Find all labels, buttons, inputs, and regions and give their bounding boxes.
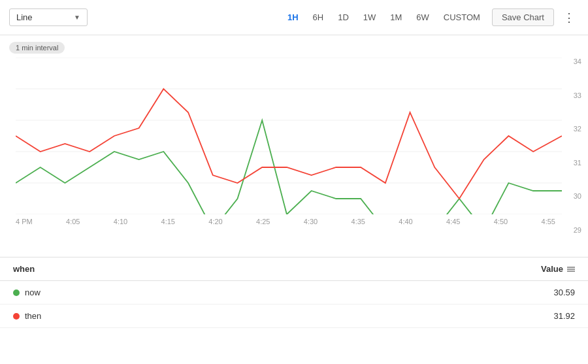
then-dot-icon [13, 313, 20, 320]
chart-type-label: Line [16, 12, 33, 22]
interval-badge: 1 min interval [9, 42, 65, 54]
chart-area: 1 min interval 34 33 32 31 30 29 [0, 35, 588, 257]
y-label-33: 33 [574, 91, 581, 99]
y-label-29: 29 [574, 226, 581, 234]
x-label-425: 4:25 [256, 218, 270, 234]
header-value: Value [541, 264, 575, 274]
x-label-430: 4:30 [304, 218, 318, 234]
x-label-450: 4:50 [494, 218, 508, 234]
time-btn-1m[interactable]: 1M [384, 9, 408, 25]
save-chart-button[interactable]: Save Chart [492, 8, 554, 26]
toolbar: Line ▼ 1H 6H 1D 1W 1M 6W CUSTOM Save Cha… [0, 0, 588, 35]
y-label-32: 32 [574, 125, 581, 133]
more-options-button[interactable]: ⋮ [559, 9, 579, 26]
time-btn-6h[interactable]: 6H [306, 9, 331, 25]
x-axis: 4 PM 4:05 4:10 4:15 4:20 4:25 4:30 4:35 … [16, 218, 555, 234]
dropdown-arrow-icon: ▼ [74, 14, 80, 21]
x-label-455: 4:55 [542, 218, 555, 234]
now-dot-icon [13, 290, 20, 296]
data-table: when Value now 30.59 then 31.92 [0, 257, 588, 328]
line-chart-svg [16, 58, 562, 214]
x-label-405: 4:05 [66, 218, 80, 234]
x-label-410: 4:10 [114, 218, 127, 234]
chart-canvas: 34 33 32 31 30 29 4 PM 4:05 4:10 4:15 4:… [9, 58, 588, 234]
x-label-440: 4:40 [399, 218, 412, 234]
header-when: when [13, 264, 541, 274]
time-btn-1w[interactable]: 1W [357, 9, 383, 25]
row-now-value: 30.59 [553, 288, 575, 297]
table-row-now: now 30.59 [0, 281, 588, 305]
table-row-then: then 31.92 [0, 305, 588, 328]
time-btn-custom[interactable]: CUSTOM [437, 9, 487, 25]
table-header: when Value [0, 257, 588, 281]
y-label-30: 30 [574, 192, 581, 200]
y-label-34: 34 [574, 58, 581, 65]
x-label-4pm: 4 PM [16, 218, 33, 234]
row-then-value: 31.92 [553, 311, 575, 321]
y-axis: 34 33 32 31 30 29 [574, 58, 581, 234]
green-line [16, 120, 562, 214]
row-now-label: now [13, 288, 553, 297]
time-buttons-group: 1H 6H 1D 1W 1M 6W CUSTOM [281, 9, 487, 25]
red-line [16, 89, 562, 199]
row-then-label: then [13, 311, 553, 321]
x-label-420: 4:20 [208, 218, 222, 234]
time-btn-6w[interactable]: 6W [410, 9, 436, 25]
time-btn-1d[interactable]: 1D [331, 9, 355, 25]
x-label-415: 4:15 [161, 218, 175, 234]
y-label-31: 31 [574, 159, 581, 167]
time-btn-1h[interactable]: 1H [281, 9, 305, 25]
x-label-435: 4:35 [351, 218, 365, 234]
column-layout-icon[interactable] [567, 267, 575, 272]
chart-type-dropdown[interactable]: Line ▼ [9, 8, 88, 26]
x-label-445: 4:45 [446, 218, 460, 234]
